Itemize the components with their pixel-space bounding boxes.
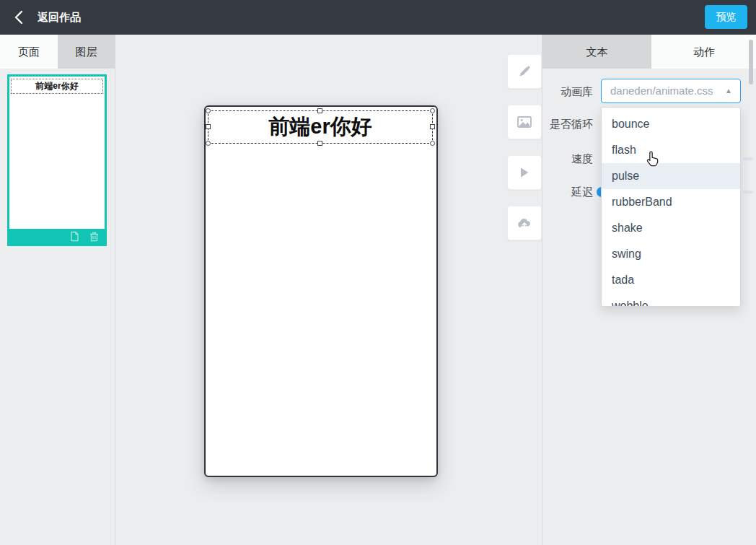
- resize-handle-mid-right[interactable]: [430, 124, 435, 129]
- tab-layers[interactable]: 图层: [58, 35, 115, 69]
- animation-dropdown: bounce flash pulse rubberBand shake swin…: [601, 107, 741, 307]
- resize-handle-top-center[interactable]: [317, 108, 322, 113]
- label-loop: 是否循环: [550, 117, 593, 131]
- dropdown-scrollbar[interactable]: [749, 40, 753, 84]
- animation-library-select[interactable]: daneden/animate.css ▲: [601, 79, 741, 103]
- label-animation-library: 动画库: [561, 84, 593, 99]
- design-canvas[interactable]: 前端er你好: [204, 105, 438, 477]
- selected-text-element[interactable]: 前端er你好: [208, 110, 433, 144]
- label-speed: 速度: [571, 152, 593, 166]
- animation-library-value: daneden/animate.css: [610, 79, 713, 103]
- resize-handle-bottom-center[interactable]: [317, 141, 322, 146]
- tab-text[interactable]: 文本: [542, 35, 651, 69]
- thumbnail-text-element: 前端er你好: [11, 79, 103, 94]
- preview-button[interactable]: 预览: [705, 5, 747, 29]
- resize-handle-bottom-left[interactable]: [206, 141, 211, 146]
- resize-handle-mid-left[interactable]: [206, 124, 211, 129]
- dropdown-item-tada[interactable]: tada: [602, 267, 740, 293]
- cloud-upload-icon: [517, 217, 532, 229]
- editor-app: 返回作品 预览 页面 图层 前端er你好 + 前端er你好: [0, 0, 756, 545]
- dropdown-item-pulse[interactable]: pulse: [602, 163, 740, 189]
- upload-button[interactable]: [507, 206, 542, 240]
- add-media-button[interactable]: [507, 155, 542, 190]
- dropdown-item-shake[interactable]: shake: [602, 215, 740, 241]
- topbar: 返回作品 预览: [0, 0, 756, 35]
- resize-handle-bottom-right[interactable]: [430, 141, 435, 146]
- tab-action[interactable]: 动作: [651, 35, 756, 69]
- image-icon: [517, 116, 532, 128]
- play-icon: [519, 167, 529, 178]
- add-image-button[interactable]: [507, 105, 542, 139]
- resize-handle-top-right[interactable]: [430, 108, 435, 113]
- page-thumbnail[interactable]: 前端er你好: [7, 74, 107, 246]
- duplicate-page-icon[interactable]: [70, 231, 79, 242]
- back-icon[interactable]: [12, 9, 27, 25]
- trash-icon[interactable]: [89, 231, 99, 242]
- back-to-works-link[interactable]: 返回作品: [38, 0, 81, 35]
- page-thumbnail-preview: 前端er你好: [9, 77, 105, 229]
- canvas-text: 前端er你好: [208, 111, 432, 143]
- thumbnail-actions: [9, 229, 105, 244]
- dropdown-item-bounce[interactable]: bounce: [602, 111, 740, 137]
- pages-sidebar: 页面 图层 前端er你好 +: [0, 35, 115, 545]
- dropdown-item-rubberband[interactable]: rubberBand: [602, 189, 740, 215]
- pencil-icon: [518, 65, 531, 78]
- resize-handle-top-left[interactable]: [206, 108, 211, 113]
- tab-pages[interactable]: 页面: [0, 35, 58, 69]
- dropdown-item-flash[interactable]: flash: [602, 137, 740, 163]
- speed-slider-track[interactable]: [743, 157, 753, 160]
- dropdown-item-wobble[interactable]: wobble: [602, 293, 740, 307]
- properties-panel: 文本 动作 动画库 是否循环 速度 延迟 daneden/animate.css…: [542, 35, 756, 545]
- chevron-up-icon: ▲: [725, 79, 732, 103]
- dropdown-item-swing[interactable]: swing: [602, 241, 740, 267]
- add-text-button[interactable]: [507, 54, 542, 89]
- delay-slider-track[interactable]: [743, 191, 753, 193]
- label-delay: 延迟: [571, 185, 593, 199]
